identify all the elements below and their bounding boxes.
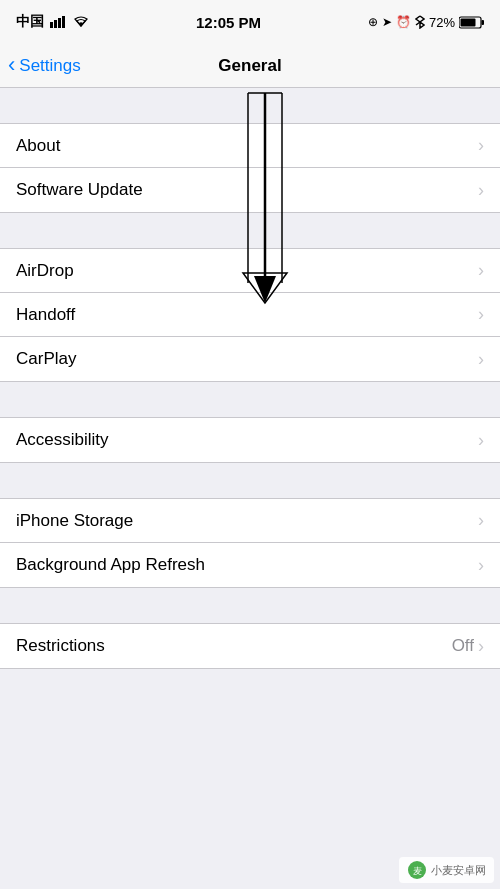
- handoff-label: Handoff: [16, 305, 75, 325]
- back-chevron-icon: ‹: [8, 54, 15, 76]
- section-gap-bottom: [0, 669, 500, 704]
- wifi-icon: [73, 16, 89, 28]
- arrow-icon: ➤: [382, 15, 392, 29]
- carplay-chevron-icon: ›: [478, 349, 484, 370]
- restrictions-label: Restrictions: [16, 636, 105, 656]
- section-gap-top: [0, 88, 500, 123]
- iphone-storage-right: ›: [478, 510, 484, 531]
- restrictions-right: Off ›: [452, 636, 484, 657]
- status-time: 12:05 PM: [196, 14, 261, 31]
- status-left: 中国: [16, 13, 89, 31]
- svg-rect-2: [58, 18, 61, 28]
- content-area: About › Software Update › AirDrop: [0, 88, 500, 889]
- accessibility-label: Accessibility: [16, 430, 109, 450]
- iphone-storage-label: iPhone Storage: [16, 511, 133, 531]
- about-right: ›: [478, 135, 484, 156]
- carplay-right: ›: [478, 349, 484, 370]
- background-refresh-right: ›: [478, 555, 484, 576]
- list-item-restrictions[interactable]: Restrictions Off ›: [0, 624, 500, 668]
- svg-rect-6: [460, 18, 475, 26]
- svg-rect-3: [62, 16, 65, 28]
- list-item-accessibility[interactable]: Accessibility ›: [0, 418, 500, 462]
- back-button[interactable]: ‹ Settings: [8, 55, 81, 76]
- section-gap-2: [0, 382, 500, 417]
- about-chevron-icon: ›: [478, 135, 484, 156]
- back-label: Settings: [19, 56, 80, 76]
- section-accessibility: Accessibility ›: [0, 417, 500, 463]
- handoff-right: ›: [478, 304, 484, 325]
- carrier-text: 中国: [16, 13, 44, 31]
- battery-icon: [459, 16, 484, 29]
- carplay-label: CarPlay: [16, 349, 76, 369]
- list-item-background-refresh[interactable]: Background App Refresh ›: [0, 543, 500, 587]
- svg-text:麦: 麦: [413, 866, 422, 876]
- svg-rect-1: [54, 20, 57, 28]
- section-restrictions: Restrictions Off ›: [0, 623, 500, 669]
- bluetooth-icon: [415, 15, 425, 29]
- background-refresh-label: Background App Refresh: [16, 555, 205, 575]
- list-item-about[interactable]: About ›: [0, 124, 500, 168]
- watermark-text: 小麦安卓网: [431, 863, 486, 878]
- nav-bar: ‹ Settings General: [0, 44, 500, 88]
- status-bar: 中国 12:05 PM ⊕ ➤ ⏰ 72%: [0, 0, 500, 44]
- list-item-carplay[interactable]: CarPlay ›: [0, 337, 500, 381]
- software-update-label: Software Update: [16, 180, 143, 200]
- airdrop-right: ›: [478, 260, 484, 281]
- list-item-iphone-storage[interactable]: iPhone Storage ›: [0, 499, 500, 543]
- list-item-software-update[interactable]: Software Update ›: [0, 168, 500, 212]
- airdrop-label: AirDrop: [16, 261, 74, 281]
- restrictions-chevron-icon: ›: [478, 636, 484, 657]
- page-title: General: [218, 56, 281, 76]
- location-icon: ⊕: [368, 15, 378, 29]
- airdrop-chevron-icon: ›: [478, 260, 484, 281]
- svg-rect-0: [50, 22, 53, 28]
- watermark: 麦 小麦安卓网: [399, 857, 494, 883]
- signal-icon: [50, 16, 67, 28]
- software-update-right: ›: [478, 180, 484, 201]
- iphone-storage-chevron-icon: ›: [478, 510, 484, 531]
- accessibility-chevron-icon: ›: [478, 430, 484, 451]
- section-about: About › Software Update ›: [0, 123, 500, 213]
- background-refresh-chevron-icon: ›: [478, 555, 484, 576]
- battery-text: 72%: [429, 15, 455, 30]
- alarm-icon: ⏰: [396, 15, 411, 29]
- section-airdrop: AirDrop › Handoff › CarPlay ›: [0, 248, 500, 382]
- watermark-logo: 麦: [407, 860, 427, 880]
- list-item-handoff[interactable]: Handoff ›: [0, 293, 500, 337]
- handoff-chevron-icon: ›: [478, 304, 484, 325]
- status-right: ⊕ ➤ ⏰ 72%: [368, 15, 484, 30]
- software-update-chevron-icon: ›: [478, 180, 484, 201]
- section-gap-1: [0, 213, 500, 248]
- svg-rect-5: [481, 20, 484, 25]
- section-gap-3: [0, 463, 500, 498]
- accessibility-right: ›: [478, 430, 484, 451]
- section-gap-4: [0, 588, 500, 623]
- restrictions-value: Off: [452, 636, 474, 656]
- list-item-airdrop[interactable]: AirDrop ›: [0, 249, 500, 293]
- section-storage: iPhone Storage › Background App Refresh …: [0, 498, 500, 588]
- about-label: About: [16, 136, 60, 156]
